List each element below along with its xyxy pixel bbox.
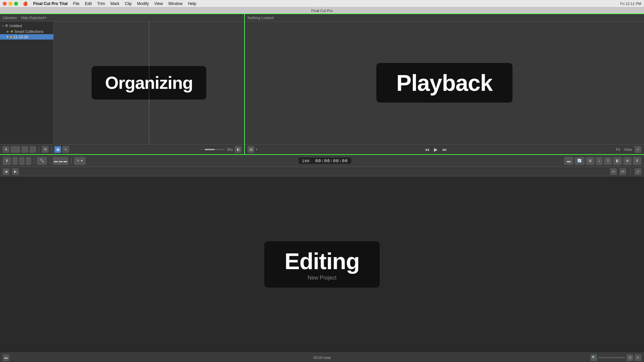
zoom-slider[interactable] <box>205 149 225 150</box>
footer-sep2 <box>51 146 52 153</box>
timeline-in-btn[interactable]: ↤ <box>610 168 617 175</box>
libraries-label: Libraries <box>3 16 17 20</box>
viewer-footer-left: ▤ ▾ <box>248 146 257 153</box>
transform-tools-btn[interactable]: ⊕ <box>623 157 632 165</box>
timeline-footer: ▬ 00:00 total 🔍 ⊡ ≡ <box>0 353 644 362</box>
viewer-panel: Nothing Loaded Playback ▤ ▾ ⏮ ▶ ⏭ Fit <box>245 14 644 154</box>
sidebar-item-11-13-15[interactable]: ▾ ■ 11-13-15 <box>0 34 53 40</box>
menubar-right: Fri 12:11 PM <box>620 2 641 6</box>
viewer-controls: ⏮ ▶ ⏭ <box>424 146 448 153</box>
app-name-menu[interactable]: Final Cut Pro Trial <box>33 1 68 6</box>
zoom-level: 100 <box>302 159 310 163</box>
timeline-forward-btn[interactable]: ▶ <box>12 168 19 175</box>
keyword-toolbar-btn[interactable] <box>12 157 18 165</box>
timeline-zoom-slider[interactable] <box>598 357 625 358</box>
mark-menu[interactable]: Mark <box>110 1 119 6</box>
sidebar-label-untitled: Untitled <box>9 24 22 28</box>
clip-appearance-btn[interactable]: ▬ <box>564 157 573 165</box>
browser-panel: Libraries Hide Rejected ▾ ▾ ⊞ Untitled ▶… <box>0 14 245 154</box>
timecode-value: 00:00:00:00 <box>315 158 348 163</box>
filter-arrow-icon: ▾ <box>45 16 46 19</box>
fit-label[interactable]: Fit <box>614 147 621 152</box>
timeline-content: Editing New Project <box>0 176 644 353</box>
viewer-expand-icon[interactable]: ⤢ <box>635 146 641 153</box>
window-menu[interactable]: Window <box>168 1 183 6</box>
window-title: Final Cut Pro <box>311 9 333 13</box>
zoom-minus-icon[interactable]: − <box>201 147 203 151</box>
editing-card: Editing New Project <box>264 241 379 288</box>
file-menu[interactable]: File <box>73 1 79 6</box>
viewer-arrow-icon: ▾ <box>256 147 257 151</box>
viewer-footer-right: Fit View ⤢ <box>614 146 641 153</box>
zoom-out-btn[interactable]: 🔍 <box>590 354 597 361</box>
close-button[interactable] <box>3 2 7 6</box>
tag-btn[interactable] <box>30 146 36 153</box>
title-btn[interactable]: T <box>604 157 612 165</box>
play-btn[interactable]: ▶ <box>433 146 439 153</box>
timeline-footer-left: ▬ <box>3 354 9 361</box>
range-toolbar-btn[interactable] <box>19 157 24 165</box>
sidebar-label-event: 11-13-15 <box>13 35 28 39</box>
viewer-content: Playback <box>245 21 644 144</box>
clip-menu[interactable]: Clip <box>125 1 132 6</box>
toolbar-right: ▬ 🔄 ⊞ ♩ T ◧ ⊕ ⬆ <box>564 157 641 165</box>
tl-sep <box>630 168 631 175</box>
settings-icon[interactable]: ⚙ <box>42 146 49 153</box>
edit-menu[interactable]: Edit <box>85 1 92 6</box>
view-menu[interactable]: View <box>154 1 163 6</box>
viewer-options-icon[interactable]: ▤ <box>248 146 254 153</box>
editing-text: Editing <box>284 248 359 274</box>
modify-menu[interactable]: Modify <box>137 1 149 6</box>
nothing-loaded-label: Nothing Loaded <box>248 16 274 20</box>
minimize-button[interactable] <box>8 2 12 6</box>
playback-text: Playback <box>396 70 493 96</box>
transform-btn[interactable]: 🔧 <box>37 157 47 165</box>
audio-btn[interactable]: ♩ <box>596 157 603 165</box>
timeline-back-btn[interactable]: ◀ <box>3 168 9 175</box>
keyword-btn[interactable] <box>11 146 20 153</box>
editing-subtitle: New Project <box>308 275 336 281</box>
help-menu[interactable]: Help <box>188 1 196 6</box>
sidebar-item-untitled[interactable]: ▾ ⊞ Untitled <box>0 23 53 28</box>
timeline-footer-right: 🔍 ⊡ ≡ <box>590 354 641 361</box>
sidebar-item-smart-collections[interactable]: ▶ ◈ Smart Collections <box>0 28 53 34</box>
filmstrip-icon[interactable]: ◧ <box>235 146 241 153</box>
playhead-line <box>149 21 149 144</box>
hide-rejected-btn[interactable]: Hide Rejected <box>21 16 44 20</box>
tool-selector-btn[interactable]: ↖ ▾ <box>74 157 86 165</box>
fullscreen-button[interactable] <box>14 2 18 6</box>
timeline-expand-btn[interactable]: ⤢ <box>635 168 641 175</box>
import-btn[interactable]: ⬇ <box>3 146 9 153</box>
timeline-header-left: ◀ ▶ <box>3 168 19 175</box>
share-btn[interactable]: ⬆ <box>633 157 641 165</box>
timecode-display: 100 00:00:00:00 <box>299 158 351 164</box>
timeline-header-right: ↤ ↦ ⤢ <box>610 168 641 175</box>
zoom-fit-btn[interactable]: ⊡ <box>627 354 633 361</box>
skip-back-btn[interactable]: ⏮ <box>424 146 431 153</box>
grid-view-btn[interactable]: ▦ <box>54 146 61 153</box>
magnetic-btn[interactable]: 🔄 <box>575 157 585 165</box>
playback-card: Playback <box>376 63 513 103</box>
viewer-header: Nothing Loaded <box>245 14 644 21</box>
trim-menu[interactable]: Trim <box>97 1 105 6</box>
grid-icon: ⊞ <box>5 23 8 28</box>
timeline-settings-btn[interactable]: ≡ <box>635 354 641 361</box>
timeline-clip-btn[interactable]: ▬ <box>3 354 9 361</box>
datetime-display: Fri 12:11 PM <box>620 2 641 6</box>
sidebar: ▾ ⊞ Untitled ▶ ◈ Smart Collections ▾ ■ 1… <box>0 21 54 144</box>
browser-footer: ⬇ ⚙ ▦ ≡ − 30s ◧ <box>0 144 244 154</box>
reject-toolbar-btn[interactable] <box>26 157 31 165</box>
total-label: 00:00 total <box>313 356 330 360</box>
skip-forward-btn[interactable]: ⏭ <box>441 146 448 153</box>
import-toolbar-btn[interactable]: ⬇ <box>3 157 11 165</box>
browser-header: Libraries Hide Rejected ▾ <box>0 14 244 21</box>
view-label[interactable]: View <box>623 147 633 152</box>
footer-sep <box>39 146 39 153</box>
insert-btn[interactable]: ▬ ▬ ▬ <box>53 157 68 165</box>
connect-btn[interactable]: ⊞ <box>586 157 594 165</box>
generator-btn[interactable]: ◧ <box>613 157 622 165</box>
list-view-btn[interactable]: ≡ <box>62 146 69 153</box>
filter-btn[interactable] <box>21 146 28 153</box>
timeline-out-btn[interactable]: ↦ <box>620 168 626 175</box>
apple-menu[interactable]: 🍎 <box>23 1 28 6</box>
